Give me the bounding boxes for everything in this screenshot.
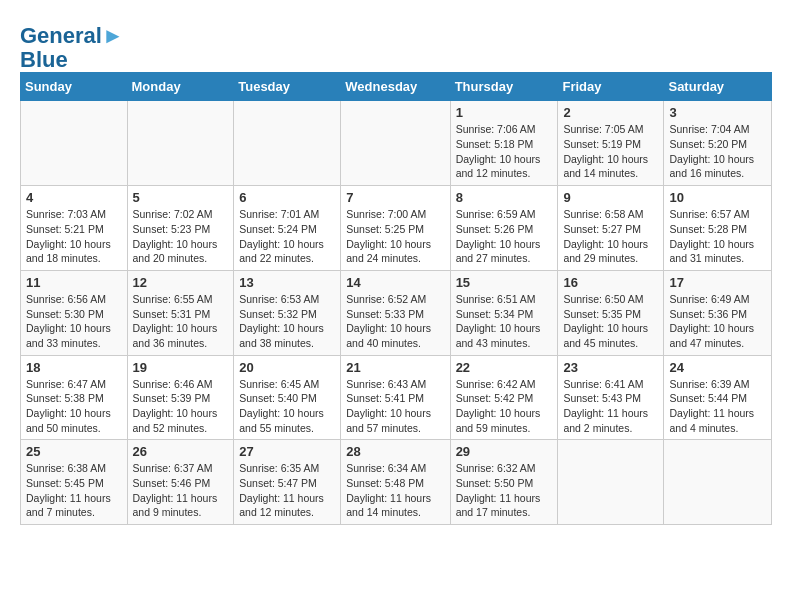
day-number: 11 [26, 275, 122, 290]
calendar-cell: 12Sunrise: 6:55 AM Sunset: 5:31 PM Dayli… [127, 270, 234, 355]
day-info: Sunrise: 7:05 AM Sunset: 5:19 PM Dayligh… [563, 122, 658, 181]
day-info: Sunrise: 7:00 AM Sunset: 5:25 PM Dayligh… [346, 207, 444, 266]
day-info: Sunrise: 7:03 AM Sunset: 5:21 PM Dayligh… [26, 207, 122, 266]
day-number: 6 [239, 190, 335, 205]
column-header-friday: Friday [558, 73, 664, 101]
day-number: 18 [26, 360, 122, 375]
day-info: Sunrise: 6:34 AM Sunset: 5:48 PM Dayligh… [346, 461, 444, 520]
calendar-cell: 20Sunrise: 6:45 AM Sunset: 5:40 PM Dayli… [234, 355, 341, 440]
calendar-week-1: 1Sunrise: 7:06 AM Sunset: 5:18 PM Daylig… [21, 101, 772, 186]
calendar-cell: 8Sunrise: 6:59 AM Sunset: 5:26 PM Daylig… [450, 186, 558, 271]
day-info: Sunrise: 6:52 AM Sunset: 5:33 PM Dayligh… [346, 292, 444, 351]
day-number: 22 [456, 360, 553, 375]
calendar-cell: 13Sunrise: 6:53 AM Sunset: 5:32 PM Dayli… [234, 270, 341, 355]
day-number: 27 [239, 444, 335, 459]
calendar-week-5: 25Sunrise: 6:38 AM Sunset: 5:45 PM Dayli… [21, 440, 772, 525]
calendar-cell: 6Sunrise: 7:01 AM Sunset: 5:24 PM Daylig… [234, 186, 341, 271]
day-number: 29 [456, 444, 553, 459]
calendar-cell: 22Sunrise: 6:42 AM Sunset: 5:42 PM Dayli… [450, 355, 558, 440]
day-number: 23 [563, 360, 658, 375]
day-info: Sunrise: 6:46 AM Sunset: 5:39 PM Dayligh… [133, 377, 229, 436]
calendar-cell: 24Sunrise: 6:39 AM Sunset: 5:44 PM Dayli… [664, 355, 772, 440]
day-info: Sunrise: 7:06 AM Sunset: 5:18 PM Dayligh… [456, 122, 553, 181]
day-number: 15 [456, 275, 553, 290]
calendar-cell: 17Sunrise: 6:49 AM Sunset: 5:36 PM Dayli… [664, 270, 772, 355]
calendar-cell: 25Sunrise: 6:38 AM Sunset: 5:45 PM Dayli… [21, 440, 128, 525]
calendar-cell: 7Sunrise: 7:00 AM Sunset: 5:25 PM Daylig… [341, 186, 450, 271]
calendar-week-4: 18Sunrise: 6:47 AM Sunset: 5:38 PM Dayli… [21, 355, 772, 440]
day-info: Sunrise: 6:47 AM Sunset: 5:38 PM Dayligh… [26, 377, 122, 436]
day-info: Sunrise: 6:43 AM Sunset: 5:41 PM Dayligh… [346, 377, 444, 436]
calendar-cell: 18Sunrise: 6:47 AM Sunset: 5:38 PM Dayli… [21, 355, 128, 440]
day-number: 19 [133, 360, 229, 375]
calendar-cell: 19Sunrise: 6:46 AM Sunset: 5:39 PM Dayli… [127, 355, 234, 440]
calendar-cell [341, 101, 450, 186]
day-number: 25 [26, 444, 122, 459]
calendar-cell: 23Sunrise: 6:41 AM Sunset: 5:43 PM Dayli… [558, 355, 664, 440]
logo: General►Blue [20, 24, 124, 72]
calendar-cell: 26Sunrise: 6:37 AM Sunset: 5:46 PM Dayli… [127, 440, 234, 525]
calendar-week-2: 4Sunrise: 7:03 AM Sunset: 5:21 PM Daylig… [21, 186, 772, 271]
calendar-cell: 11Sunrise: 6:56 AM Sunset: 5:30 PM Dayli… [21, 270, 128, 355]
day-number: 20 [239, 360, 335, 375]
column-header-monday: Monday [127, 73, 234, 101]
day-number: 14 [346, 275, 444, 290]
calendar-cell: 28Sunrise: 6:34 AM Sunset: 5:48 PM Dayli… [341, 440, 450, 525]
calendar-cell [664, 440, 772, 525]
day-number: 17 [669, 275, 766, 290]
day-info: Sunrise: 6:45 AM Sunset: 5:40 PM Dayligh… [239, 377, 335, 436]
calendar-cell: 29Sunrise: 6:32 AM Sunset: 5:50 PM Dayli… [450, 440, 558, 525]
column-header-tuesday: Tuesday [234, 73, 341, 101]
calendar-cell: 15Sunrise: 6:51 AM Sunset: 5:34 PM Dayli… [450, 270, 558, 355]
day-info: Sunrise: 7:02 AM Sunset: 5:23 PM Dayligh… [133, 207, 229, 266]
day-info: Sunrise: 6:56 AM Sunset: 5:30 PM Dayligh… [26, 292, 122, 351]
day-number: 28 [346, 444, 444, 459]
day-info: Sunrise: 7:04 AM Sunset: 5:20 PM Dayligh… [669, 122, 766, 181]
day-info: Sunrise: 7:01 AM Sunset: 5:24 PM Dayligh… [239, 207, 335, 266]
calendar-cell: 1Sunrise: 7:06 AM Sunset: 5:18 PM Daylig… [450, 101, 558, 186]
day-info: Sunrise: 6:38 AM Sunset: 5:45 PM Dayligh… [26, 461, 122, 520]
day-info: Sunrise: 6:37 AM Sunset: 5:46 PM Dayligh… [133, 461, 229, 520]
calendar-cell: 3Sunrise: 7:04 AM Sunset: 5:20 PM Daylig… [664, 101, 772, 186]
calendar-cell [21, 101, 128, 186]
day-info: Sunrise: 6:51 AM Sunset: 5:34 PM Dayligh… [456, 292, 553, 351]
column-header-wednesday: Wednesday [341, 73, 450, 101]
calendar-cell: 4Sunrise: 7:03 AM Sunset: 5:21 PM Daylig… [21, 186, 128, 271]
day-info: Sunrise: 6:57 AM Sunset: 5:28 PM Dayligh… [669, 207, 766, 266]
day-number: 3 [669, 105, 766, 120]
day-number: 24 [669, 360, 766, 375]
day-number: 8 [456, 190, 553, 205]
calendar-cell: 2Sunrise: 7:05 AM Sunset: 5:19 PM Daylig… [558, 101, 664, 186]
day-info: Sunrise: 6:35 AM Sunset: 5:47 PM Dayligh… [239, 461, 335, 520]
calendar-week-3: 11Sunrise: 6:56 AM Sunset: 5:30 PM Dayli… [21, 270, 772, 355]
calendar-cell [558, 440, 664, 525]
column-header-sunday: Sunday [21, 73, 128, 101]
day-number: 12 [133, 275, 229, 290]
calendar-cell: 14Sunrise: 6:52 AM Sunset: 5:33 PM Dayli… [341, 270, 450, 355]
calendar-cell [127, 101, 234, 186]
day-info: Sunrise: 6:32 AM Sunset: 5:50 PM Dayligh… [456, 461, 553, 520]
day-info: Sunrise: 6:39 AM Sunset: 5:44 PM Dayligh… [669, 377, 766, 436]
day-number: 1 [456, 105, 553, 120]
day-number: 16 [563, 275, 658, 290]
calendar-cell: 9Sunrise: 6:58 AM Sunset: 5:27 PM Daylig… [558, 186, 664, 271]
calendar-cell: 16Sunrise: 6:50 AM Sunset: 5:35 PM Dayli… [558, 270, 664, 355]
day-info: Sunrise: 6:53 AM Sunset: 5:32 PM Dayligh… [239, 292, 335, 351]
day-number: 5 [133, 190, 229, 205]
calendar-cell: 27Sunrise: 6:35 AM Sunset: 5:47 PM Dayli… [234, 440, 341, 525]
day-info: Sunrise: 6:59 AM Sunset: 5:26 PM Dayligh… [456, 207, 553, 266]
calendar-cell: 10Sunrise: 6:57 AM Sunset: 5:28 PM Dayli… [664, 186, 772, 271]
day-number: 2 [563, 105, 658, 120]
day-number: 9 [563, 190, 658, 205]
calendar-cell [234, 101, 341, 186]
column-header-thursday: Thursday [450, 73, 558, 101]
day-info: Sunrise: 6:49 AM Sunset: 5:36 PM Dayligh… [669, 292, 766, 351]
day-info: Sunrise: 6:58 AM Sunset: 5:27 PM Dayligh… [563, 207, 658, 266]
day-info: Sunrise: 6:42 AM Sunset: 5:42 PM Dayligh… [456, 377, 553, 436]
day-number: 13 [239, 275, 335, 290]
logo-text: General►Blue [20, 24, 124, 72]
day-info: Sunrise: 6:41 AM Sunset: 5:43 PM Dayligh… [563, 377, 658, 436]
calendar-cell: 21Sunrise: 6:43 AM Sunset: 5:41 PM Dayli… [341, 355, 450, 440]
calendar-table: SundayMondayTuesdayWednesdayThursdayFrid… [20, 72, 772, 525]
calendar-cell: 5Sunrise: 7:02 AM Sunset: 5:23 PM Daylig… [127, 186, 234, 271]
